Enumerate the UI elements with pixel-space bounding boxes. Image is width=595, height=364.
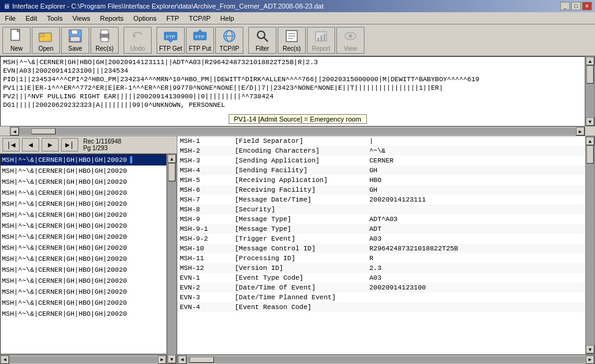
list-item[interactable]: MSH|^~\&|CERNER|GH|HBO|GH|20020 [1, 286, 166, 297]
field-scroll-down[interactable]: ▼ [586, 345, 594, 354]
field-scroll-up[interactable]: ▲ [586, 137, 594, 145]
undo-button[interactable]: Undo [124, 27, 152, 54]
list-item[interactable]: MSH|^~\&|CERNER|GH|HBO|GH|20020 [1, 231, 166, 242]
list-item[interactable]: MSH|^~\&|CERNER|GH|HBO|GH|20020 [1, 220, 166, 231]
menu-tcpip[interactable]: TCP/IP [184, 13, 215, 23]
menu-file[interactable]: File [0, 13, 21, 23]
list-item[interactable]: MSH|^~\&|CERNER|GH|HBO|GH|20020▐ [1, 155, 166, 166]
scroll-left-arrow[interactable]: ◀ [10, 127, 19, 136]
table-row[interactable]: EVN-4[Event Reason Code] [177, 302, 585, 312]
report-button[interactable]: Report [307, 27, 335, 54]
field-horizontal-scrollbar[interactable]: ◀ ▶ [177, 355, 595, 365]
list-item[interactable]: MSH|^~\&|CERNER|GH|HBO|GH|20020 [1, 297, 166, 308]
undo-icon [129, 29, 146, 44]
scroll-down-arrow[interactable]: ▼ [586, 117, 594, 126]
list-v-thumb[interactable] [168, 163, 176, 181]
field-name-cell: MSH-2 [177, 146, 232, 156]
list-item[interactable]: MSH|^~\&|CERNER|GH|HBO|GH|20020 [1, 242, 166, 253]
field-v-thumb[interactable] [586, 145, 594, 164]
list-item[interactable]: MSH|^~\&|CERNER|GH|HBO|GH|20020 [1, 275, 166, 286]
list-item[interactable]: MSH|^~\&|CERNER|GH|HBO|GH|20020 [1, 253, 166, 264]
text-horizontal-scrollbar[interactable]: ◀ ▶ [10, 126, 585, 136]
new-label: New [10, 45, 23, 52]
field-desc-cell: [Field Separator] [232, 136, 367, 146]
table-row[interactable]: MSH-10[Message Control ID]R2964248732101… [177, 244, 585, 253]
table-row[interactable]: MSH-7[Message Date/Time]20020914123111 [177, 195, 585, 205]
table-row[interactable]: MSH-4[Sending Facility]GH [177, 166, 585, 175]
split-area: |◀ ◀ ▶ ▶| Rec 1/116948 Pg 1/293 MSH|^~\&… [0, 136, 595, 364]
save-button[interactable]: Save [61, 27, 89, 54]
report-label: Report [312, 45, 330, 52]
menu-tools[interactable]: Tools [42, 13, 68, 23]
table-row[interactable]: MSH-11[Processing ID]R [177, 253, 585, 263]
view-button[interactable]: View [336, 27, 364, 54]
list-scroll-left[interactable]: ◀ [1, 355, 9, 364]
table-row[interactable]: MSH-9-2[Trigger Event]A03 [177, 234, 585, 244]
field-scroll-left[interactable]: ◀ [178, 355, 187, 364]
field-name-cell: EVN-1 [177, 273, 232, 283]
menu-views[interactable]: Views [67, 13, 95, 23]
field-desc-cell: [Processing ID] [232, 253, 367, 263]
recs-print-button[interactable]: Rec(s) [91, 27, 119, 54]
list-item[interactable]: MSH|^~\&|CERNER|GH|HBO|GH|20020 [1, 308, 166, 319]
minimize-button[interactable]: _ [560, 2, 570, 10]
table-row[interactable]: EVN-3[Date/Time Planned Event] [177, 293, 585, 302]
table-row[interactable]: MSH-6[Receiving Facility]GH [177, 185, 585, 195]
tcpip-button[interactable]: TCP/IP [215, 27, 243, 54]
filter-button[interactable]: Filter [248, 27, 276, 54]
first-record-button[interactable]: |◀ [2, 138, 20, 151]
recs-button[interactable]: Rec(s) [278, 27, 306, 54]
list-item[interactable]: MSH|^~\&|CERNER|GH|HBO|GH|20020 [1, 187, 166, 198]
maximize-button[interactable]: □ [571, 2, 581, 10]
ftp-get-button[interactable]: FTP FTP Get [157, 27, 185, 54]
table-row[interactable]: MSH-12[Version ID]2.3 [177, 263, 585, 273]
table-row[interactable]: MSH-9[Message Type]ADT^A03 [177, 214, 585, 224]
menu-help[interactable]: Help [215, 13, 239, 23]
menu-edit[interactable]: Edit [21, 13, 42, 23]
table-row[interactable]: MSH-2[Encoding Characters]^~\& [177, 146, 585, 156]
scroll-up-arrow[interactable]: ▲ [586, 57, 594, 65]
close-button[interactable]: ✕ [582, 2, 592, 10]
open-button[interactable]: Open [32, 27, 60, 54]
prev-record-button[interactable]: ◀ [22, 138, 39, 151]
list-item[interactable]: MSH|^~\&|CERNER|GH|HBO|GH|20020 [1, 166, 166, 177]
text-vertical-scrollbar[interactable]: ▲ ▼ [585, 56, 595, 126]
list-scroll-right[interactable]: ▶ [158, 355, 166, 364]
table-row[interactable]: EVN-1[Event Type Code]A03 [177, 273, 585, 283]
menu-options[interactable]: Options [128, 13, 161, 23]
list-item[interactable]: MSH|^~\&|CERNER|GH|HBO|GH|20020 [1, 177, 166, 187]
scroll-thumb[interactable] [586, 65, 594, 84]
list-item[interactable]: MSH|^~\&|CERNER|GH|HBO|GH|20020 [1, 198, 166, 209]
table-row[interactable]: MSH-3[Sending Application]CERNER [177, 156, 585, 166]
scroll-right-arrow[interactable]: ▶ [576, 127, 585, 136]
list-horizontal-scrollbar[interactable]: ◀ ▶ [0, 355, 167, 365]
field-name-cell: MSH-9 [177, 214, 232, 224]
list-scroll-down[interactable]: ▼ [168, 355, 176, 363]
table-row[interactable]: MSH-5[Receiving Application]HBO [177, 175, 585, 185]
record-counter: Rec 1/116948 [83, 138, 121, 145]
field-name-cell: MSH-9-2 [177, 234, 232, 244]
field-desc-cell: [Date/Time Of Event] [232, 283, 367, 293]
text-line-2: EVN|A03|20020914123100|||234534 [3, 67, 582, 75]
table-row[interactable]: MSH-8[Security] [177, 205, 585, 214]
list-vertical-scrollbar[interactable]: ▲ ▼ [167, 154, 177, 364]
h-scroll-thumb[interactable] [31, 128, 56, 134]
last-record-button[interactable]: ▶| [61, 138, 78, 151]
table-row[interactable]: MSH-9-1[Message Type]ADT [177, 224, 585, 234]
field-scroll-right[interactable]: ▶ [586, 355, 594, 364]
field-vertical-scrollbar[interactable]: ▲ ▼ [585, 136, 595, 354]
next-record-button[interactable]: ▶ [42, 138, 59, 151]
menu-ftp[interactable]: FTP [161, 13, 184, 23]
ftp-put-button[interactable]: FTP FTP Put [186, 27, 214, 54]
new-button[interactable]: New [2, 27, 31, 54]
table-row[interactable]: MSH-1[Field Separator]| [177, 136, 585, 146]
list-scroll-up[interactable]: ▲ [168, 155, 176, 163]
list-item[interactable]: MSH|^~\&|CERNER|GH|HBO|GH|20020 [1, 209, 166, 220]
save-icon [67, 29, 84, 44]
page-counter: Pg 1/293 [83, 145, 121, 151]
window-title: Interface Explorer - C:\Program Files\In… [12, 2, 323, 10]
list-item[interactable]: MSH|^~\&|CERNER|GH|HBO|GH|20020 [1, 264, 166, 275]
table-row[interactable]: EVN-2[Date/Time Of Event]20020914123100 [177, 283, 585, 293]
menu-reports[interactable]: Reports [95, 13, 129, 23]
field-h-thumb[interactable] [190, 357, 214, 363]
